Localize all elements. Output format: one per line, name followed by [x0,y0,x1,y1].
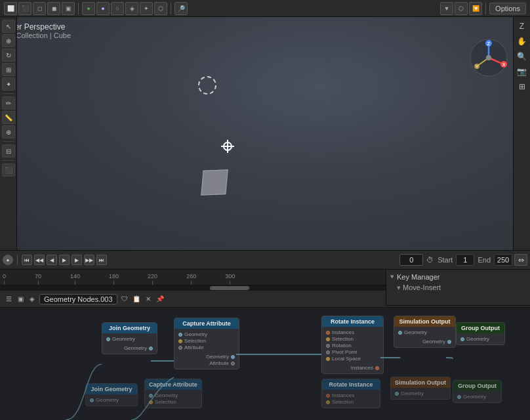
node-canvas[interactable]: Join Geometry Geometry Geometry Capture … [0,308,530,420]
viewport[interactable]: User Perspective (0) Collection | Cube Z… [0,17,530,250]
node-bottom-4[interactable]: Simulation Output Geometry [390,377,451,400]
right-tool-camera[interactable]: 📷 [516,65,529,78]
port-cap-attr-out: Attribute [178,360,235,366]
node-header-icon-1[interactable]: ☰ [4,295,13,304]
toolbar-filter[interactable]: ⬡ [455,2,468,15]
right-tool-grid[interactable]: ⊞ [516,80,529,93]
port-geo-out: Geometry [106,345,153,351]
toolbar-dropdown-view[interactable]: ▼ [440,2,453,15]
timeline-scrollbar[interactable] [0,285,386,291]
playback-next-key[interactable]: ▶▶ [84,255,94,265]
tool-rotate[interactable]: ↻ [2,49,15,62]
dot-cap-geo-in [178,333,182,337]
toolbar-icon-5[interactable]: ▣ [62,2,75,15]
node-bottom-1[interactable]: Join Geometry Geometry [85,383,138,406]
node-simulation-output[interactable]: Simulation Output Geometry Geometry [394,316,456,348]
toolbar-sep-1 [78,3,79,14]
node-bottom-5[interactable]: Group Output Geometry [453,380,502,403]
right-tool-hand[interactable]: ✋ [516,35,529,48]
timeline-record[interactable]: ● [3,255,13,265]
end-frame[interactable]: 250 [494,254,512,266]
node-editor[interactable]: ☰ ▣ ◈ Geometry Nodes.003 🛡 📋 ✕ 📌 ⊡ 🔵 ⊞ ◉… [0,291,530,420]
timeline-controls: ● ⏮ ◀◀ ◀ ▶ ▶ ▶▶ ⏭ 0 ⏱ Start 1 End 250 ⇔ [0,250,530,270]
toolbar-icon-3[interactable]: ◻ [33,2,46,15]
port-sim-geo-in: Geometry [398,329,451,335]
playback-prev-frame[interactable]: ◀ [47,255,57,265]
toolbar-filter-2[interactable]: 🔽 [469,2,482,15]
playback-jump-start[interactable]: ⏮ [22,255,32,265]
dot-rot-local [326,357,330,361]
node-bot-5-body: Geometry [453,391,501,402]
playback-prev-key[interactable]: ◀◀ [34,255,45,265]
port-bot5-in: Geometry [457,394,497,400]
toolbar-icon-4[interactable]: ◼ [47,2,60,15]
port-rot-out: Instances [326,365,379,371]
right-tool-1[interactable]: Z [516,20,529,33]
toolbar-drop[interactable]: ◈ [125,2,138,15]
node-name-label[interactable]: Geometry Nodes.003 [39,294,117,304]
tool-add[interactable]: ⊕ [2,125,15,138]
node-group-out-body: Geometry [457,333,504,345]
tool-sep-3 [3,160,14,161]
node-bottom-2[interactable]: Capture Attribute Geometry Selection [144,379,202,408]
toolbar-hex[interactable]: ⬡ [154,2,167,15]
tool-grid[interactable]: ⊟ [2,144,15,158]
toolbar-search[interactable]: 🔎 [174,2,188,15]
end-label: End [476,256,492,264]
options-button[interactable]: Options [489,3,526,14]
toolbar-color-1[interactable]: ● [82,2,95,15]
ruler-mark-180: 180 [109,274,119,285]
tool-annotate[interactable]: ✏ [2,96,15,110]
toolbar-wrench[interactable]: ✦ [140,2,153,15]
ruler-mark-300: 300 [225,274,235,285]
toolbar-icon-2[interactable]: ⬛ [18,2,31,15]
tool-last[interactable]: ⬛ [2,163,15,177]
playback-next-frame[interactable]: ▶ [71,255,82,265]
scrollbar-thumb[interactable] [210,286,249,290]
toolbar-select-box[interactable]: ⬜ [4,2,17,15]
node-pin-icon[interactable]: 📌 [155,295,165,304]
port-grp-geo-in: Geometry [460,336,500,342]
start-label: Start [436,256,454,264]
node-copy-icon[interactable]: 📋 [132,295,141,304]
node-group-output[interactable]: Group Output Geometry [456,322,505,345]
timeline-ruler[interactable]: 0 70 140 180 220 260 300 [0,270,386,285]
node-join-geometry-header: Join Geometry [102,323,157,333]
playback-play[interactable]: ▶ [59,255,70,265]
dot-rot-inst-in [326,331,330,335]
node-shield-icon[interactable]: 🛡 [120,295,129,304]
tool-transform[interactable]: ✦ [2,77,15,91]
node-capture-body: Geometry Selection Attribute Geometry At… [174,329,239,369]
tool-cursor[interactable]: ↖ [2,20,15,33]
timeline-extra-btn[interactable]: ⇔ [514,254,527,266]
tl-sep-1 [17,255,18,265]
node-header-icon-3[interactable]: ◈ [28,295,37,304]
toolbar-color-2[interactable]: ● [96,2,110,15]
tool-measure[interactable]: 📏 [2,111,15,124]
svg-point-26 [486,55,491,60]
node-close-icon[interactable]: ✕ [144,295,153,304]
node-join-geometry[interactable]: Join Geometry Geometry Geometry [102,322,157,354]
port-rot-pivot: Pivot Point [326,349,379,355]
tool-move[interactable]: ⊕ [2,34,15,47]
playback-jump-end[interactable]: ⏭ [96,255,107,265]
port-bot3-in: Instances [326,392,376,398]
node-header-icon-2[interactable]: ▣ [16,295,25,304]
tool-scale[interactable]: ⊞ [2,63,15,76]
dot-rot-pivot [326,350,330,354]
viewport-background [0,17,530,250]
right-tool-zoom[interactable]: 🔍 [516,50,529,63]
dot-sim-geo-out [447,340,451,344]
port-sim-geo-out: Geometry [398,339,451,345]
node-capture-attribute[interactable]: Capture Attribute Geometry Selection Att… [174,318,239,369]
node-rotate-header: Rotate Instance [322,316,383,327]
current-frame[interactable]: 0 [399,254,423,266]
km-toggle-arrow[interactable]: ▾ [390,272,394,281]
toolbar-sphere[interactable]: ○ [111,2,124,15]
orientation-gizmo[interactable]: Z X Y [468,37,510,79]
tool-sep-1 [3,93,14,94]
node-bottom-3[interactable]: Rotate Instance Instances Selection [321,379,380,408]
start-frame[interactable]: 1 [456,254,474,266]
node-capture-header: Capture Attribute [174,318,239,329]
node-rotate-instance[interactable]: Rotate Instance Instances Selection Rota… [321,316,384,374]
